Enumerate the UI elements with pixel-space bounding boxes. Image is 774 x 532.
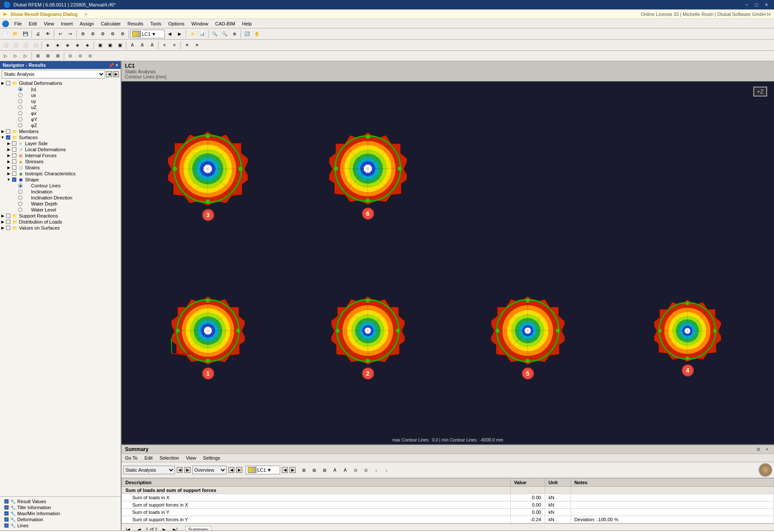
zoom-all-button[interactable]: ⊕ (230, 29, 239, 39)
maximize-button[interactable]: □ (752, 2, 761, 8)
tree-item-global-def[interactable]: ▶📁Global Deformations (0, 80, 121, 86)
render1-button[interactable]: ▣ (95, 40, 105, 50)
summary-icon5[interactable]: A (340, 465, 350, 475)
tree-check-surfaces[interactable]: ✓ (5, 135, 11, 140)
summary-prev-btn[interactable]: ◀ (177, 467, 183, 473)
summary-icon1[interactable]: ⊞ (299, 465, 309, 475)
summary-overview-next-btn[interactable]: ▶ (236, 467, 242, 473)
mode2-button[interactable]: ▷ (11, 51, 20, 61)
tree-radio-phix[interactable] (17, 111, 23, 115)
tree-arrow-surfaces[interactable]: ▼ (0, 135, 5, 140)
summary-close-button[interactable]: × (764, 446, 771, 453)
mode3-button[interactable]: ▷ (21, 51, 30, 61)
tb-btn-3[interactable]: ⚙ (98, 29, 107, 39)
menu-results[interactable]: Results (124, 20, 147, 27)
label1-button[interactable]: A (128, 40, 137, 50)
tree-item-shape[interactable]: ▼✓⬟Shape (0, 177, 121, 183)
summary-next-btn[interactable]: ▶ (184, 467, 190, 473)
mode1-button[interactable]: ▷ (1, 51, 10, 61)
mode5-button[interactable]: ⊞ (43, 51, 53, 61)
front-view-button[interactable]: ◈ (53, 40, 62, 50)
tree-item-phiz[interactable]: φZ (0, 122, 121, 128)
edit-menu[interactable]: Edit (143, 455, 154, 461)
tree-radio-u-abs[interactable] (17, 87, 23, 91)
viewport-canvas[interactable]: +Z (122, 81, 774, 444)
bottom-nav-item-maxmin-info[interactable]: ✓🔧Max/Min Information (0, 510, 121, 516)
tree-item-inclination[interactable]: Inclination (0, 189, 121, 195)
tree-item-ux[interactable]: ux (0, 92, 121, 98)
tree-check-local-deform[interactable] (11, 147, 17, 152)
tree-check-members[interactable] (5, 129, 11, 134)
tree-arrow-members[interactable]: ▶ (0, 129, 5, 134)
summary-restore-button[interactable]: ⊡ (755, 446, 762, 453)
tree-item-strains[interactable]: ▶⊡Strains (0, 165, 121, 171)
tree-check-internal-forces[interactable] (11, 153, 17, 158)
tree-arrow-stresses[interactable]: ▶ (6, 159, 11, 164)
top-view-button[interactable]: ◈ (73, 40, 82, 50)
bottom-nav-item-result-values[interactable]: ✓🔧Result Values (0, 498, 121, 504)
nav-prev-btn[interactable]: ◀ (106, 71, 112, 77)
lc-combo[interactable]: LC1 ▼ (130, 30, 165, 38)
menu-insert[interactable]: Insert (57, 20, 76, 27)
page-next-btn[interactable]: ▶ (159, 525, 169, 530)
tree-item-uy[interactable]: uy (0, 98, 121, 104)
summary-overview-dropdown[interactable]: Overview (192, 466, 227, 474)
snap2-button[interactable]: ✕ (192, 40, 202, 50)
bottom-nav-check-maxmin-info[interactable]: ✓ (3, 511, 9, 516)
redo-button[interactable]: ↪ (66, 29, 75, 39)
menu-file[interactable]: File (11, 20, 25, 27)
tree-arrow-distrib-loads[interactable]: ▶ (0, 220, 5, 224)
render3-button[interactable]: ▣ (115, 40, 125, 50)
tree-item-water-level[interactable]: Water Level (0, 207, 121, 213)
menu-options[interactable]: Options (165, 20, 188, 27)
save-button[interactable]: 💾 (21, 29, 30, 39)
tree-radio-water-depth[interactable] (17, 202, 23, 206)
menu-cad-bim[interactable]: CAD-BIM (212, 20, 238, 27)
minimize-button[interactable]: − (743, 2, 751, 8)
view3-button[interactable]: ⬜ (21, 40, 30, 50)
tree-check-distrib-loads[interactable] (5, 220, 11, 224)
label3-button[interactable]: A (147, 40, 157, 50)
summary-icon6[interactable]: ⊙ (351, 465, 360, 475)
tree-item-values-on-surf[interactable]: ▶📁Values on Surfaces (0, 225, 121, 231)
tree-check-strains[interactable] (11, 165, 17, 170)
summary-icon9[interactable]: ↓ (382, 465, 391, 475)
tree-radio-incl-direction[interactable] (17, 196, 23, 200)
tree-radio-uz[interactable] (17, 105, 23, 109)
tree-item-u-abs[interactable]: |u| (0, 86, 121, 92)
tree-arrow-shape[interactable]: ▼ (6, 177, 11, 182)
results1-button[interactable]: ≡ (160, 40, 169, 50)
tree-arrow-values-on-surf[interactable]: ▶ (0, 226, 5, 230)
tree-check-shape[interactable]: ✓ (11, 177, 17, 182)
tree-radio-contour-lines[interactable] (17, 184, 23, 188)
tree-check-global-def[interactable] (5, 81, 11, 85)
tree-item-distrib-loads[interactable]: ▶📁Distribution of Loads (0, 219, 121, 225)
view4-button[interactable]: ⬜ (31, 40, 40, 50)
render2-button[interactable]: ▣ (105, 40, 115, 50)
bottom-nav-item-title-info[interactable]: ✓🔧Title Information (0, 504, 121, 510)
tree-item-phiy[interactable]: φY (0, 116, 121, 122)
tree-item-incl-direction[interactable]: Inclination Direction (0, 195, 121, 201)
alert-close-icon[interactable]: × (84, 12, 87, 17)
nav-pin-icon[interactable]: 📌 (109, 63, 114, 68)
bottom-nav-check-lines[interactable]: ✓ (3, 523, 9, 528)
summary-lc-combo[interactable]: LC1 ▼ (246, 466, 280, 474)
undo-button[interactable]: ↩ (56, 29, 65, 39)
back-view-button[interactable]: ◈ (63, 40, 72, 50)
new-button[interactable]: 📄 (1, 29, 10, 39)
tree-item-support-react[interactable]: ▶📁Support Reactions (0, 213, 121, 219)
print-button[interactable]: 🖨 (33, 29, 43, 39)
summary-lc-prev[interactable]: ◀ (282, 467, 288, 473)
menu-calculate[interactable]: Calculate (97, 20, 124, 27)
tb-btn-2[interactable]: ⚙ (88, 29, 97, 39)
summary-lc-next[interactable]: ▶ (290, 467, 296, 473)
snap1-button[interactable]: ✕ (182, 40, 192, 50)
tree-radio-uy[interactable] (17, 99, 23, 103)
analysis-dropdown[interactable]: Static Analysis (2, 70, 105, 78)
tree-radio-ux[interactable] (17, 93, 23, 97)
tree-check-iso-char[interactable] (11, 171, 17, 176)
zoom-in-button[interactable]: 🔍 (210, 29, 219, 39)
mode6-button[interactable]: ⊞ (53, 51, 62, 61)
tree-arrow-support-react[interactable]: ▶ (0, 214, 5, 218)
calc-button[interactable]: ⚡ (187, 29, 197, 39)
